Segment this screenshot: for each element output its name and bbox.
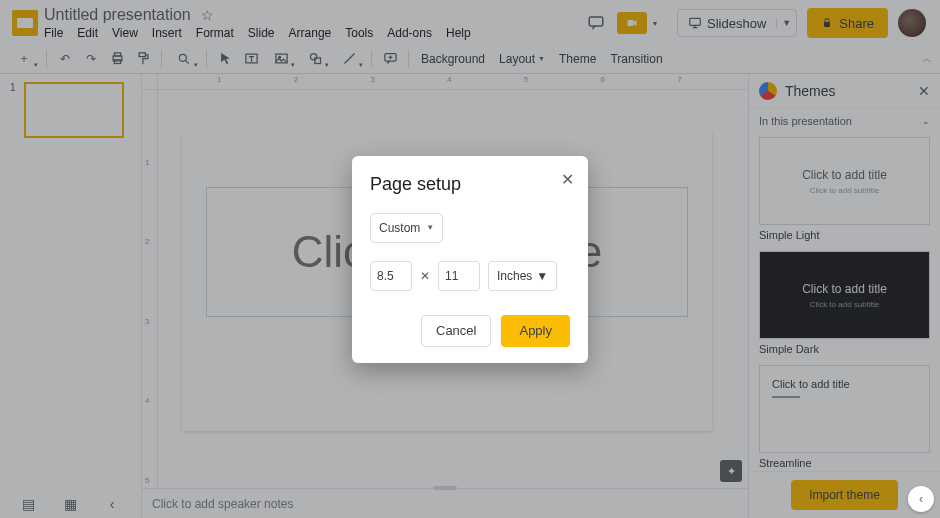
modal-scrim[interactable]: Page setup ✕ Custom▼ ✕ Inches▼ Cancel Ap… — [0, 0, 940, 518]
cancel-button[interactable]: Cancel — [421, 315, 491, 347]
close-dialog-icon[interactable]: ✕ — [561, 170, 574, 189]
page-height-input[interactable] — [438, 261, 480, 291]
page-size-preset-select[interactable]: Custom▼ — [370, 213, 443, 243]
page-width-input[interactable] — [370, 261, 412, 291]
side-panel-toggle[interactable]: ‹ — [908, 486, 934, 512]
unit-select[interactable]: Inches▼ — [488, 261, 557, 291]
page-setup-dialog: Page setup ✕ Custom▼ ✕ Inches▼ Cancel Ap… — [352, 156, 588, 363]
apply-button[interactable]: Apply — [501, 315, 570, 347]
dimension-separator: ✕ — [420, 269, 430, 283]
dialog-title: Page setup — [370, 174, 570, 195]
